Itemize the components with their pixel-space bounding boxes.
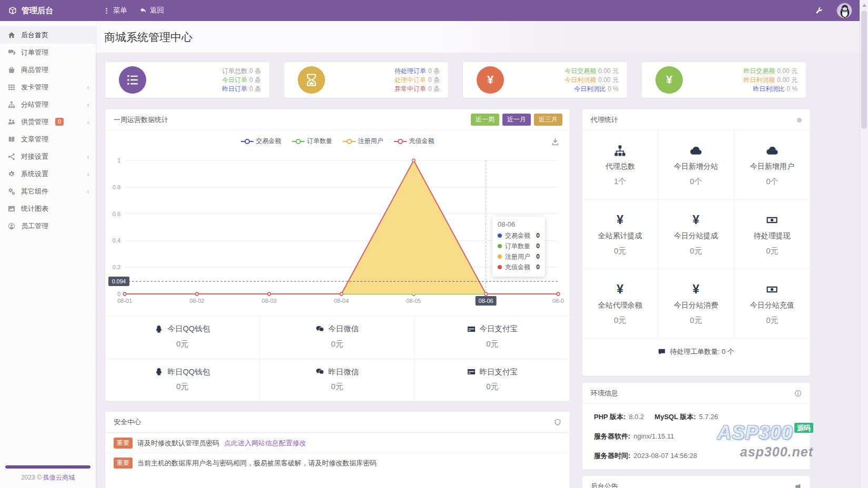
user-circle-icon — [8, 222, 15, 230]
tooltip-row: 订单数量0 — [498, 241, 540, 251]
sidebar-item-docking[interactable]: 对接设置‹ — [0, 148, 96, 165]
sidebar-item-statistics[interactable]: 统计图表 — [0, 200, 96, 217]
stat-value: 0 条 — [428, 85, 440, 93]
svg-text:08-02: 08-02 — [189, 298, 204, 304]
megaphone-icon — [794, 483, 802, 488]
sidebar-item-goods[interactable]: 商品管理 — [0, 61, 96, 78]
stat-card-orders: 订单总数0 条 今日订单0 条 昨日订单0 条 — [105, 62, 269, 98]
stat-card-yesterday-trade: ¥ 昨日交易额0.00 元 昨日利润额0.00 元 昨日利润比0 % — [642, 62, 806, 98]
copyright: 2023 © 孤傲云商城 — [0, 473, 96, 482]
qq-icon — [155, 368, 163, 376]
cogs-icon — [8, 188, 15, 195]
range-week-button[interactable]: 近一周 — [471, 114, 499, 126]
tooltip-row: 交易金额0 — [498, 230, 540, 241]
sidebar-item-cards[interactable]: 发卡管理‹ — [0, 78, 96, 96]
stat-label: 订单总数 — [222, 67, 247, 75]
hourglass-icon — [298, 66, 325, 94]
main-content: 商城系统管理中心 订单总数0 条 今日订单0 条 昨日订单0 条 待处理订单0 … — [96, 21, 868, 488]
money-bill-icon — [734, 212, 810, 227]
legend-item[interactable]: 注册用户 — [343, 137, 383, 146]
chart-tooltip: 08-06 交易金额0订单数量0注册用户0充值金额0 — [492, 217, 545, 277]
sidebar-accent-bar — [5, 465, 90, 469]
svg-text:0.6: 0.6 — [113, 211, 120, 217]
tooltip-row: 充值金额0 — [498, 262, 540, 272]
panel-title: 安全中心 — [114, 418, 141, 427]
sidebar: 后台首页 订单管理 商品管理 发卡管理‹ 分站管理‹ 供货管理0‹ 文章管理 对… — [0, 21, 96, 488]
env-php-mysql: PHP 版本:8.0.2MySQL 版本:5.7.26 — [594, 412, 799, 422]
payment-stats-grid: 今日QQ钱包0元 今日微信0元 今日支付宝0元 昨日QQ钱包0元 昨日微信0元 … — [105, 316, 570, 401]
sidebar-item-articles[interactable]: 文章管理 — [0, 130, 96, 148]
wechat-icon — [316, 368, 324, 376]
sidebar-item-home[interactable]: 后台首页 — [0, 26, 96, 44]
panel-header: 代理统计 — [582, 109, 810, 130]
scrollbar-thumb[interactable] — [861, 11, 867, 129]
agent-stat-today-recharge: 今日分站充值0元 — [734, 269, 810, 339]
sidebar-item-components[interactable]: 其它组件‹ — [0, 182, 96, 200]
config-link[interactable]: 点此进入网站信息配置修改 — [224, 439, 306, 448]
stat-label: 昨日交易额 — [743, 67, 775, 75]
sidebar-item-orders[interactable]: 订单管理 — [0, 44, 96, 61]
panel-title: 环境信息 — [591, 389, 618, 398]
stat-label: 今日交易额 — [564, 67, 596, 75]
yen-icon: ¥ — [658, 282, 733, 297]
range-quarter-button[interactable]: 近三月 — [534, 114, 562, 126]
sidebar-item-staff[interactable]: 员工管理 — [0, 217, 96, 235]
range-month-button[interactable]: 近一月 — [502, 114, 531, 126]
stat-label: 今日订单 — [222, 76, 247, 84]
app-brand[interactable]: 管理后台 — [0, 6, 96, 16]
goods-icon — [8, 66, 15, 74]
alipay-card-icon — [467, 325, 476, 333]
legend-item[interactable]: 交易金额 — [241, 137, 281, 146]
vertical-scrollbar[interactable] — [860, 0, 868, 488]
menu-toggle-button[interactable]: 菜单 — [103, 6, 127, 15]
sidebar-item-supply[interactable]: 供货管理0‹ — [0, 113, 96, 130]
legend-item[interactable]: 订单数量 — [292, 137, 332, 146]
sidebar-item-system[interactable]: 系统设置‹ — [0, 165, 96, 182]
svg-text:08-0: 08-0 — [552, 298, 564, 304]
svg-text:08-06: 08-06 — [479, 298, 493, 304]
wrench-icon[interactable] — [815, 7, 823, 14]
save-as-image-icon[interactable] — [551, 138, 559, 146]
gear-icon — [8, 170, 15, 178]
svg-text:08-04: 08-04 — [334, 298, 349, 304]
page-title: 商城系统管理中心 — [104, 30, 193, 45]
circle-icon[interactable] — [797, 118, 802, 123]
user-avatar[interactable] — [836, 3, 852, 18]
stat-label: 昨日利润额 — [743, 76, 775, 84]
stat-value: 0 条 — [428, 67, 440, 75]
stat-value: 0 条 — [249, 85, 261, 93]
chevron-left-icon: ‹ — [87, 152, 89, 161]
stat-value: 0 条 — [249, 76, 261, 84]
chevron-left-icon: ‹ — [87, 117, 89, 126]
sidebar-item-substations[interactable]: 分站管理‹ — [0, 96, 96, 113]
page-header: 商城系统管理中心 — [96, 21, 868, 53]
security-center-panel: 安全中心 重要 请及时修改默认管理员密码 点此进入网站信息配置修改 重要 当前主… — [105, 412, 570, 488]
order-list-icon — [119, 66, 146, 94]
svg-text:08-03: 08-03 — [262, 298, 277, 304]
panel-header: 一周运营数据统计 近一周 近一月 近三月 — [105, 109, 570, 130]
chevron-left-icon: ‹ — [87, 187, 89, 196]
environment-panel: 环境信息 PHP 版本:8.0.2MySQL 版本:5.7.26 服务器软件:n… — [582, 383, 810, 470]
yen-icon: ¥ — [582, 212, 658, 227]
stat-label: 待处理订单 — [395, 67, 426, 75]
stat-value: 0.00 元 — [598, 76, 619, 84]
copyright-link[interactable]: 孤傲云商城 — [43, 474, 75, 481]
yen-icon: ¥ — [658, 212, 733, 227]
navbar-links: 菜单 返回 — [96, 6, 164, 15]
legend-item[interactable]: 充值金额 — [394, 137, 435, 146]
stat-label: 今日利润比 — [574, 85, 605, 93]
comments-icon — [8, 49, 15, 56]
agent-stat-new-substations: 今日新增分站0个 — [658, 130, 734, 200]
stat-label: 今日利润额 — [564, 76, 596, 84]
weekly-stats-panel: 一周运营数据统计 近一周 近一月 近三月 交易金额订单数量注册用户充值金额 00… — [105, 109, 570, 401]
app-title: 管理后台 — [22, 6, 53, 16]
cube-icon — [8, 6, 17, 15]
chart-legend: 交易金额订单数量注册用户充值金额 — [105, 137, 570, 146]
chat-bubble-icon — [658, 348, 665, 355]
important-badge: 重要 — [114, 438, 133, 449]
back-button[interactable]: 返回 — [140, 6, 164, 15]
scroll-up-arrow[interactable] — [862, 4, 866, 7]
agent-stat-total: 代理总数1个 — [582, 130, 658, 200]
svg-text:0.2: 0.2 — [113, 264, 120, 270]
stat-value: 0.00 元 — [777, 67, 798, 75]
